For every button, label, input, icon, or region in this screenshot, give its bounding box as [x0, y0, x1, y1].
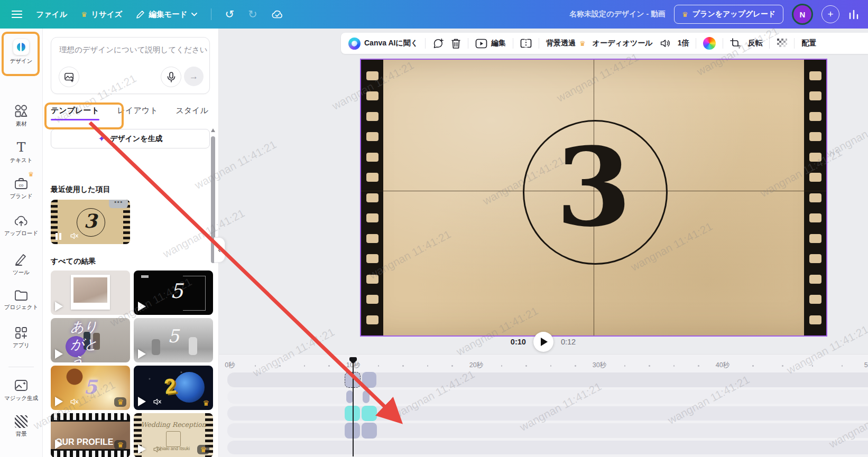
timeline-track[interactable] — [227, 372, 868, 387]
video-canvas[interactable]: 3 — [360, 59, 827, 337]
undo-button[interactable]: ↺ — [225, 8, 235, 21]
flip-button[interactable]: 反転 — [747, 39, 762, 48]
redo-button[interactable]: ↻ — [248, 8, 257, 21]
file-menu-button[interactable]: ファイル — [36, 10, 67, 20]
background-remove-label: 背景透過 — [546, 39, 576, 48]
sprocket-hole — [366, 173, 378, 182]
chevron-down-icon — [191, 13, 197, 16]
timeline[interactable]: 0秒10秒20秒30秒40秒50秒 — [218, 354, 868, 457]
recent-thumbnail-countdown3[interactable]: 3 ⋯ — [51, 200, 130, 244]
sidebar-item-elements[interactable]: 素材 — [0, 104, 42, 128]
thumbnail-title: Wedding Reception — [141, 421, 206, 428]
play-icon — [55, 397, 63, 406]
sidebar-item-design[interactable]: デザイン — [0, 39, 42, 65]
topbar-divider — [211, 8, 211, 20]
sprocket-hole — [809, 71, 821, 80]
document-title[interactable]: 名称未設定のデザイン - 動画 — [569, 10, 666, 19]
timeline-clip-audio[interactable] — [362, 406, 377, 421]
template-thumbnail[interactable]: ありがとう — [51, 318, 130, 362]
add-member-button[interactable]: + — [821, 5, 839, 23]
sprocket-hole — [366, 112, 378, 121]
file-menu-label: ファイル — [36, 10, 67, 20]
sidebar-item-background[interactable]: 背景 — [0, 415, 42, 438]
bar-chart-icon — [848, 9, 860, 20]
panel-collapse-button[interactable]: ‹ — [214, 237, 225, 263]
crop-button[interactable] — [730, 38, 741, 49]
avatar[interactable]: N — [792, 4, 813, 25]
split-button[interactable] — [520, 39, 532, 48]
audio-tools-label: オーディオツール — [593, 39, 653, 48]
delete-button[interactable] — [451, 38, 461, 49]
main-menu-button[interactable] — [12, 10, 22, 18]
sidebar-item-text[interactable]: T テキスト — [0, 141, 42, 164]
sprocket-hole — [366, 295, 378, 304]
tab-templates[interactable]: テンプレート — [51, 106, 99, 120]
timeline-track[interactable] — [227, 390, 868, 404]
sidebar-item-brand[interactable]: ♛ co ブランド — [0, 178, 42, 200]
voice-input-button[interactable] — [161, 67, 181, 87]
stats-button[interactable] — [848, 9, 860, 20]
upgrade-plan-button[interactable]: ♛ プランをアップグレード — [674, 5, 783, 24]
ruler-tick — [525, 365, 527, 367]
transparency-button[interactable] — [777, 38, 787, 49]
more-options-button[interactable]: ⋯ — [109, 200, 128, 208]
shapes-icon — [14, 104, 28, 118]
pause-icon — [56, 233, 58, 240]
tab-styles[interactable]: スタイル — [176, 106, 208, 120]
sidebar-item-label: テキスト — [10, 157, 33, 164]
sidebar-item-tools[interactable]: ツール — [0, 253, 42, 276]
sidebar-item-projects[interactable]: プロジェクト — [0, 290, 42, 311]
arrange-button[interactable]: 配置 — [801, 39, 816, 48]
timeline-clip[interactable] — [362, 423, 377, 439]
send-prompt-button[interactable]: → — [184, 67, 204, 86]
template-thumbnail[interactable]: 5 — [134, 271, 213, 315]
background-pattern-icon — [15, 415, 27, 428]
toolbar-divider — [425, 38, 426, 49]
sidebar-item-uploads[interactable]: アップロード — [0, 214, 42, 237]
background-remove-button[interactable]: 背景透過 ♛ — [546, 39, 586, 48]
play-icon — [55, 302, 63, 311]
volume-button[interactable] — [660, 39, 671, 48]
timeline-track[interactable] — [227, 406, 868, 421]
template-thumbnail[interactable] — [51, 271, 130, 315]
sprocket-hole — [809, 132, 821, 141]
thumbnail-title: ありがとう — [71, 318, 110, 362]
canva-ai-icon — [348, 38, 361, 50]
edit-mode-button[interactable]: 編集モード — [136, 10, 197, 20]
play-icon — [55, 440, 63, 449]
generate-design-button[interactable]: ✦ デザインを生成 — [51, 129, 210, 148]
tab-layouts[interactable]: レイアウト — [117, 106, 158, 120]
video-edit-button[interactable]: 編集 — [475, 39, 506, 49]
color-picker-button[interactable] — [703, 37, 716, 50]
comment-button[interactable] — [432, 38, 444, 49]
timeline-track[interactable] — [227, 441, 868, 454]
playback-speed-button[interactable]: 1倍 — [678, 39, 689, 48]
sidebar-item-apps[interactable]: アプリ — [0, 327, 42, 349]
ai-prompt-card[interactable]: 理想のデザインについて説明してください → — [51, 37, 210, 94]
ruler-label: 20秒 — [469, 361, 483, 370]
ask-canva-ai-button[interactable]: Canva AIに聞く — [348, 38, 418, 50]
playhead-handle[interactable] — [349, 357, 357, 364]
timeline-track[interactable] — [227, 423, 868, 438]
scrollbar-up-arrow[interactable] — [211, 128, 215, 132]
template-thumbnail[interactable]: OUR PROFILE ♛ — [51, 413, 130, 457]
earth-graphic — [174, 372, 205, 403]
template-thumbnail[interactable]: 5 — [134, 318, 213, 362]
ruler-tick — [842, 365, 843, 367]
timeline-clip[interactable] — [362, 372, 376, 388]
template-thumbnail[interactable]: 2 ♛ — [134, 366, 213, 410]
sidebar: デザイン 素材 T テキスト ♛ co ブランド アップロード ツール プロジェ… — [0, 29, 43, 457]
trash-icon — [451, 38, 461, 49]
toolbar-divider — [468, 38, 468, 49]
template-thumbnail[interactable]: Wedding Reception Chiaki and Itsuki ♛ — [134, 413, 213, 457]
sidebar-item-magic-generate[interactable]: マジック生成 — [0, 378, 42, 402]
timeline-clip[interactable] — [363, 390, 370, 403]
template-thumbnail[interactable]: 5 ♛ — [51, 366, 130, 410]
design-icon — [13, 39, 29, 55]
arrange-label: 配置 — [801, 39, 816, 48]
audio-tools-button[interactable]: オーディオツール — [593, 39, 653, 48]
resize-button[interactable]: ♛ リサイズ — [81, 10, 122, 20]
playhead-line[interactable] — [353, 359, 354, 456]
play-button[interactable] — [533, 332, 553, 352]
add-image-button[interactable] — [59, 67, 79, 87]
